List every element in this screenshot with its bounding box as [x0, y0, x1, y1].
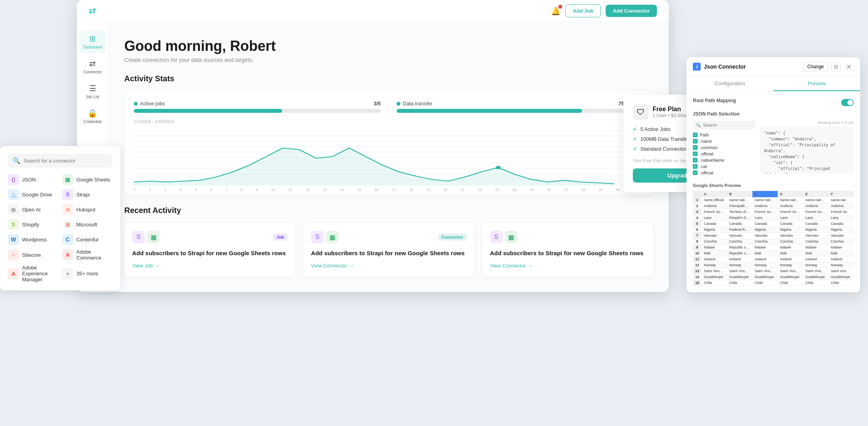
sheets-cell-2-1: French Southern and A — [702, 209, 727, 215]
connector-item-sitecore[interactable]: ○ Sitecore — [8, 249, 58, 261]
sheets-row-12: 13Saint Vincent and the CSaint Vincent a… — [693, 268, 854, 274]
x-axis-labels: 123456 789101112 131415161718 1920212223… — [134, 188, 620, 192]
sheets-cell-4-5: Canada — [803, 221, 828, 227]
sidebar-item-dashboard[interactable]: ⊞ Dashboard — [79, 30, 106, 53]
activity-card-3[interactable]: S ▦ Add subscribers to Strapi for new Go… — [482, 223, 653, 277]
sheets-cell-1-6: Andorra — [829, 203, 854, 209]
card-2-link[interactable]: View Connector → — [311, 263, 466, 269]
json-panel-title-text: Json Connector — [704, 64, 746, 70]
sheets-cell-rownum-10: 11 — [693, 256, 702, 262]
path-item-name[interactable]: ✓ .name — [693, 139, 755, 144]
sheets-cell-rownum-1: 2 — [693, 203, 702, 209]
sheets-cell-rownum-11: 12 — [693, 262, 702, 268]
root-path-row: Root Path Mapping — [693, 98, 854, 107]
sheets-cell-5-3: Nigeria — [752, 227, 778, 233]
sheets-cell-3-3: Laos — [752, 215, 778, 221]
search-input[interactable] — [24, 158, 108, 164]
add-connector-button[interactable]: Add Connector — [606, 5, 657, 17]
sheets-cell-6-6: Vanuatu — [829, 233, 854, 239]
activity-stats-title: Activity Stats — [124, 74, 653, 83]
connector-item-strapi[interactable]: S Strapi — [62, 189, 113, 200]
sheets-cell-rownum-9: 10 — [693, 250, 702, 256]
sheets-row-6: 7VanuatuVanuatuVanuatuVanuatuVanuatuVanu… — [693, 233, 854, 239]
change-button[interactable]: Change — [803, 62, 828, 71]
sheets-cell-13-4: Guadeloupe — [778, 274, 803, 280]
card-1-strapi-icon: S — [132, 231, 145, 243]
sheets-header-c: C — [752, 191, 778, 197]
dashboard-label: Dashboard — [83, 45, 102, 49]
root-path-toggle[interactable] — [841, 99, 854, 106]
strapi-icon: S — [62, 189, 73, 200]
connector-item-openai[interactable]: ◎ Open AI — [8, 204, 58, 215]
connector-item-microsoft[interactable]: ⊞ Microsoft — [62, 219, 113, 230]
path-search-icon: 🔍 — [696, 123, 701, 127]
connector-item-json[interactable]: {} JSON — [8, 174, 58, 185]
copy-button[interactable]: ⧉ — [831, 62, 841, 71]
credential-label: Credential — [84, 120, 102, 124]
connector-item-hubspot[interactable]: ⊕ Hubspot — [62, 204, 113, 215]
connector-item-wordpress[interactable]: W Wordpress — [8, 234, 58, 245]
path-item-path[interactable]: ✓ Path — [693, 133, 755, 137]
card-3-link[interactable]: View Connector → — [490, 263, 645, 269]
sheets-cell-8-4: Malawi — [778, 245, 803, 250]
sheets-cell-2-6: French So — [829, 209, 854, 215]
sheets-cell-11-4: Norway — [778, 262, 803, 268]
sheets-cell-6-5: Vanuatu — [803, 233, 828, 239]
sheets-cell-10-1: Iceland — [702, 256, 727, 262]
path-item-common[interactable]: ✓ .common — [693, 145, 755, 150]
shopify-icon: S — [8, 219, 19, 230]
path-item-nativename[interactable]: ✓ .nativeName — [693, 158, 755, 163]
contenful-label: Contenful — [77, 237, 99, 243]
sidebar-item-credential[interactable]: 🔒 Credential — [79, 105, 106, 128]
card-1-link[interactable]: View Job → — [132, 263, 287, 269]
sheets-cell-7-5: Czechia — [803, 239, 828, 245]
sheets-cell-10-5: Iceland — [803, 256, 828, 262]
sheets-cell-1-5: Andorra — [803, 203, 828, 209]
sheets-preview-label: Google Sheets Preview — [693, 183, 854, 188]
close-button[interactable]: ✕ — [844, 62, 854, 71]
connector-item-more[interactable]: + 35+ more — [62, 265, 113, 282]
tab-configuration[interactable]: Configuration — [687, 77, 773, 91]
add-job-button[interactable]: Add Job — [565, 4, 601, 17]
card-2-header: S ▦ Connector — [311, 231, 466, 243]
active-jobs-label-row: Active jobs 3/5 — [134, 101, 381, 106]
sidebar-item-job-list[interactable]: ☰ Job List — [79, 80, 106, 103]
json-preview-text: "name": { "common": "Andorra", "official… — [764, 130, 850, 174]
path-item-cat[interactable]: ✓ .cat — [693, 164, 755, 169]
sitecore-icon: ○ — [8, 249, 19, 260]
sidebar-item-connector[interactable]: ⇄ Connector — [79, 55, 106, 78]
connector-item-contenful[interactable]: C Contenful — [62, 234, 113, 245]
activity-card-1[interactable]: S ▦ Job Add subscribers to Strapi for ne… — [124, 223, 295, 277]
path-search-box[interactable]: 🔍 — [693, 121, 755, 129]
greeting-section: Good morning, Robert Create connectors f… — [124, 38, 653, 63]
connector-item-adobe-commerce[interactable]: A Adobe Commerce — [62, 249, 113, 261]
connector-item-google-drive[interactable]: △ Google Drive — [8, 189, 58, 200]
notification-bell[interactable]: 🔔 — [551, 6, 561, 16]
logo: ⇄ — [89, 6, 96, 16]
path-item-official2[interactable]: ✓ .official — [693, 170, 755, 175]
connector-item-shopify[interactable]: S Shopify — [8, 219, 58, 230]
sheets-cell-0-6: name.nat — [829, 197, 854, 203]
json-panel-actions: Change ⧉ ✕ — [803, 62, 854, 71]
path-column-right: Showing entry 1 of 250 "name": { "common… — [760, 121, 854, 178]
path-checkbox-official: ✓ — [693, 151, 698, 156]
sheets-cell-9-5: Mali — [803, 250, 828, 256]
sheets-cell-rownum-2: 3 — [693, 209, 702, 215]
sheets-cell-4-2: Canada — [727, 221, 752, 227]
path-search-input[interactable] — [703, 123, 752, 127]
connector-item-adobe-experience[interactable]: A Adobe Experience Manager — [8, 265, 58, 282]
sheets-cell-14-2: Chile — [727, 280, 752, 286]
active-jobs-stat: Active jobs 3/5 — [134, 101, 381, 113]
free-plan-icon: 🛡 — [633, 104, 649, 120]
json-panel-body: Root Path Mapping JSON Path Selection 🔍 … — [687, 92, 860, 292]
sheets-row-10: 11IcelandIcelandIcelandIcelandIcelandIce… — [693, 256, 854, 262]
sheets-row-8: 9MalawiRepublic of MalawiMalawiMalawiMal… — [693, 245, 854, 250]
path-item-official[interactable]: ✓ .official — [693, 151, 755, 156]
connector-search-box[interactable]: 🔍 — [8, 154, 112, 168]
sheets-cell-14-6: Chile — [829, 280, 854, 286]
tab-preview[interactable]: Preview — [773, 77, 860, 91]
json-panel-title-block: J Json Connector — [693, 63, 746, 71]
connector-item-google-sheets[interactable]: ▦ Google Sheets — [62, 174, 113, 185]
connector-search-panel: 🔍 {} JSON ▦ Google Sheets △ Google Drive… — [0, 146, 120, 290]
activity-card-2[interactable]: S ▦ Connector Add subscribers to Strapi … — [303, 223, 474, 277]
